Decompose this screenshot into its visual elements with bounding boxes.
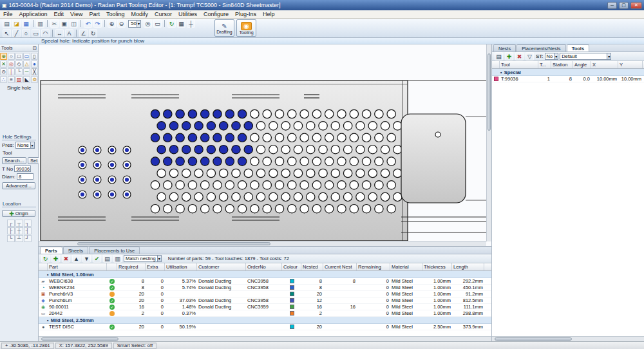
zoom-fit-icon[interactable]: ▭: [153, 19, 162, 28]
copy-icon[interactable]: ▣: [60, 19, 68, 28]
drafting-mode-button[interactable]: ✎Drafting: [214, 19, 234, 37]
column-header-thickness[interactable]: Thickness: [422, 263, 452, 270]
nesting-combo[interactable]: Match nesting ▾: [124, 255, 162, 262]
spinner-arrows-icon[interactable]: ▾: [137, 21, 140, 27]
pres-combo[interactable]: None ▾: [15, 142, 35, 149]
paste-icon[interactable]: ◫: [70, 19, 78, 28]
move-down-icon[interactable]: ▼: [82, 254, 91, 263]
diamond-tool-icon[interactable]: ◇: [15, 61, 23, 68]
cluster-tool-icon[interactable]: ∴: [0, 76, 7, 83]
parts-panel-tab-sheets[interactable]: Sheets: [63, 247, 88, 254]
align-right-icon[interactable]: ┤: [24, 227, 32, 234]
add-part-icon[interactable]: ✚: [52, 254, 60, 263]
tap-tool-icon[interactable]: ⊚: [31, 76, 38, 83]
menu-plug-ins[interactable]: Plug-Ins: [232, 10, 260, 18]
menu-modify[interactable]: Modify: [128, 10, 151, 18]
menu-file[interactable]: File: [0, 10, 16, 18]
text-icon[interactable]: A: [65, 29, 73, 37]
edge-tool-icon[interactable]: ─: [23, 68, 30, 75]
scrap-tool-icon[interactable]: ▨: [15, 76, 23, 83]
cross-hole-tool-icon[interactable]: ✕: [0, 61, 7, 68]
align-top-left-icon[interactable]: ┌: [7, 220, 15, 227]
menu-edit[interactable]: Edit: [51, 10, 68, 18]
column-header-blank[interactable]: [107, 263, 117, 270]
snap-icon[interactable]: ┼: [187, 19, 195, 28]
part-row[interactable]: ◔WEBNK234✓805.74%Donald DuctingCNC395880…: [39, 285, 491, 291]
st-combo[interactable]: No ▾: [545, 53, 559, 60]
zoom-out-icon[interactable]: ⊖: [117, 19, 126, 28]
tool-row[interactable]: T:99036180.010.00mm10.00mm: [492, 76, 644, 82]
part-row[interactable]: ▭20442200.37%20Mild Steel1.00mm298.8mm: [39, 310, 491, 317]
tooling-mode-button[interactable]: ◉Tooling: [236, 19, 256, 37]
column-header-angle[interactable]: Angle: [573, 61, 591, 68]
zoom-field[interactable]: 50▾: [128, 20, 141, 28]
tools-panel-tab-tools[interactable]: Tools: [567, 44, 589, 52]
material-group-row[interactable]: ▪Mild Steel, 1.00mm: [39, 271, 491, 278]
menu-utilities[interactable]: Utilities: [175, 10, 200, 18]
scrollbar-thumb[interactable]: [41, 337, 118, 341]
align-bottom-left-icon[interactable]: └: [7, 235, 15, 242]
column-header-station[interactable]: Station: [551, 61, 573, 68]
remove-part-icon[interactable]: ✖: [62, 254, 70, 263]
column-header-tool[interactable]: Tool: [500, 61, 538, 68]
part-row[interactable]: ▣Punch6rV3200200Mild Steel1.00mm91.2mm: [39, 291, 491, 297]
menu-view[interactable]: View: [67, 10, 86, 18]
filter-icon[interactable]: ▽: [526, 52, 534, 61]
rect-hole-tool-icon[interactable]: ▯: [31, 53, 38, 60]
minimize-button[interactable]: ─: [607, 2, 617, 9]
move-up-icon[interactable]: ▲: [72, 254, 80, 263]
scrollbar-thumb[interactable]: [488, 53, 491, 131]
column-header-utilisation[interactable]: Utilisation: [165, 263, 197, 270]
refresh-parts-icon[interactable]: ↻: [41, 254, 50, 263]
column-header-nested[interactable]: Nested: [301, 263, 323, 270]
scrollbar-thumb[interactable]: [77, 242, 270, 245]
refresh-icon[interactable]: ↻: [167, 19, 176, 28]
advanced-button[interactable]: Advanced...: [2, 182, 35, 189]
diameter-field[interactable]: 8: [17, 173, 33, 180]
parts-panel-tab-placements-to-use[interactable]: Placements to Use: [89, 247, 140, 254]
tools-panel-tab-nests[interactable]: Nests: [493, 44, 516, 52]
draw-line-icon[interactable]: ╱: [12, 29, 21, 37]
draw-arc-icon[interactable]: ◠: [41, 29, 50, 37]
select-icon[interactable]: ↖: [3, 29, 11, 37]
check-parts-icon[interactable]: ✔: [93, 254, 101, 263]
part-row[interactable]: ▰WEBCI638✓805.37%Donald DuctingCNC395888…: [39, 278, 491, 285]
origin-button[interactable]: ✚ Origin: [2, 210, 35, 217]
column-header-current-nest[interactable]: Current Nest: [323, 263, 357, 270]
corner-notch-tool-icon[interactable]: └: [15, 68, 23, 75]
tools-horizontal-scrollbar[interactable]: [492, 336, 644, 341]
pin-icon[interactable]: ⊡: [33, 45, 37, 51]
grid-icon[interactable]: ▦: [177, 19, 185, 28]
menu-part[interactable]: Part: [86, 10, 103, 18]
draw-circle-icon[interactable]: ○: [22, 29, 30, 37]
dimension-icon[interactable]: ↔: [55, 29, 64, 37]
column-header-length[interactable]: Length: [452, 263, 484, 270]
print-icon[interactable]: ▥: [36, 19, 44, 28]
close-button[interactable]: ✕: [630, 2, 642, 9]
canvas-vertical-scrollbar[interactable]: [486, 44, 491, 241]
parts-panel-tab-parts[interactable]: Parts: [40, 247, 62, 254]
print-list-icon[interactable]: ▥: [113, 254, 122, 263]
redo-icon[interactable]: ↷: [93, 19, 102, 28]
nibble-tool-icon[interactable]: ⊙: [0, 68, 7, 75]
array-tool-icon[interactable]: ≡: [8, 76, 15, 83]
square-hole-tool-icon[interactable]: □: [15, 53, 23, 60]
draw-rect-icon[interactable]: ▭: [32, 29, 40, 37]
align-center-icon[interactable]: ┼: [15, 227, 23, 234]
part-row[interactable]: ◉90.00011✓1601.48%Donald DuctingCNC39591…: [39, 304, 491, 310]
column-header-part[interactable]: Part: [48, 263, 107, 270]
column-header-required[interactable]: Required: [117, 263, 146, 270]
rotate-icon[interactable]: ↻: [89, 29, 97, 37]
remove-tool-icon[interactable]: ✖: [515, 52, 524, 61]
column-header-colour[interactable]: Colour: [282, 263, 301, 270]
maximize-button[interactable]: ▢: [619, 2, 629, 9]
column-header-extra[interactable]: Extra: [146, 263, 165, 270]
round-hole-tool-icon[interactable]: ○: [8, 53, 15, 60]
tool-search-button[interactable]: Search...: [2, 157, 26, 164]
new-icon[interactable]: ▤: [3, 19, 11, 28]
report-icon[interactable]: ▤: [103, 254, 111, 263]
open-icon[interactable]: ◪: [12, 19, 21, 28]
column-header-y[interactable]: Y: [618, 61, 643, 68]
align-bottom-icon[interactable]: ┴: [15, 235, 23, 242]
tool-group-row[interactable]: ▪Special: [492, 69, 644, 76]
